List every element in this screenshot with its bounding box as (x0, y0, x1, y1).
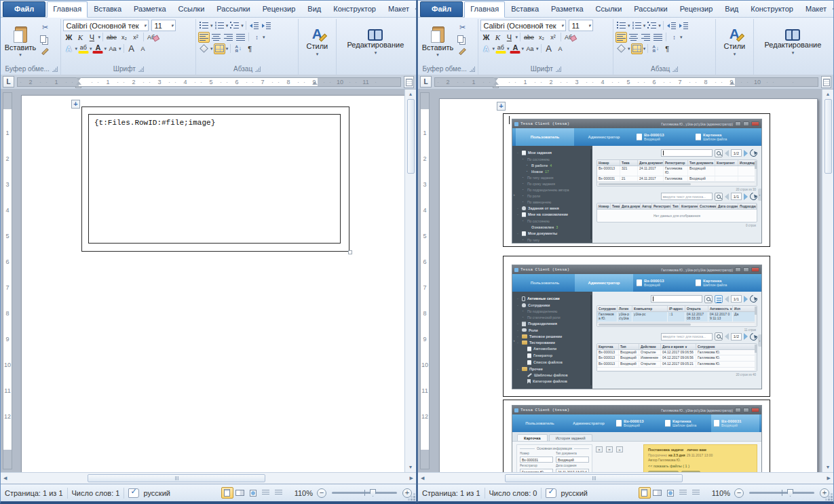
card-subtab[interactable]: Карточка (517, 434, 548, 441)
align-left-button[interactable] (198, 32, 210, 43)
sort-button[interactable]: АЯ↓ (650, 43, 661, 54)
column-header[interactable]: Регистратор (664, 160, 688, 166)
font-dialog-launcher[interactable] (556, 66, 561, 72)
chevron-down-icon[interactable]: ▾ (507, 46, 510, 51)
ribbon-tab[interactable]: Файл (3, 1, 45, 17)
sidebar-item[interactable]: Тестирование (512, 339, 592, 345)
sidebar-item[interactable]: По роли (512, 193, 592, 199)
scroll-left-icon[interactable]: ◀ (421, 476, 424, 481)
language-indicator[interactable]: русский (143, 489, 170, 497)
column-header[interactable]: Номер (597, 160, 620, 166)
tessa-tab[interactable]: Вх-000013Входящий (613, 414, 662, 432)
column-header[interactable]: Карточка (597, 344, 619, 349)
tessa-tab[interactable]: Пользователь (516, 128, 574, 146)
sidebar-item[interactable]: По состоянию (512, 156, 592, 162)
chevron-down-icon[interactable]: ▾ (98, 35, 100, 39)
grow-font-button[interactable]: А (126, 43, 137, 54)
zoom-level[interactable]: 110% (295, 489, 313, 497)
page-count[interactable]: Страница: 1 из 1 (422, 489, 480, 497)
tessa-tab[interactable]: Пользователь (516, 414, 564, 432)
search-icon[interactable] (715, 149, 723, 157)
table-row[interactable]: Галлямова Ю.y1ka-pc\y1ka y1ka-pc::1 04.1… (597, 312, 757, 322)
borders-button[interactable] (631, 43, 643, 54)
sidebar-item[interactable]: Список файлов (512, 359, 592, 366)
ribbon-tab[interactable]: Главная (47, 1, 88, 18)
fit-preview-icon[interactable]: = (606, 446, 613, 452)
tessa-tab[interactable]: Пользователь (516, 274, 574, 292)
column-header[interactable]: Подразделе (738, 203, 757, 209)
justify-button[interactable] (235, 32, 246, 43)
column-header[interactable]: Открыта (685, 306, 708, 311)
strikethrough-button[interactable]: abe (523, 32, 535, 43)
increase-indent-button[interactable] (678, 20, 689, 31)
zoom-in-button[interactable]: + (820, 488, 829, 498)
ribbon-tab[interactable]: Рецензир (674, 1, 719, 17)
layers-icon[interactable] (715, 295, 723, 303)
multilevel-list-button[interactable] (229, 20, 240, 31)
maximize-button[interactable] (743, 267, 749, 272)
column-header[interactable]: Автор (641, 203, 652, 209)
close-button[interactable] (751, 121, 759, 126)
sidebar-item[interactable]: Мои документы (512, 230, 592, 237)
cut-button[interactable]: ✂ (457, 22, 468, 33)
vertical-scrollbar[interactable]: ▲ ▼ (404, 90, 416, 472)
shrink-font-button[interactable]: А (555, 43, 566, 54)
column-header[interactable]: Компьютер (632, 306, 668, 311)
sidebar-item[interactable]: Прочее (512, 366, 592, 372)
align-right-button[interactable] (223, 32, 234, 43)
tessa-tab[interactable]: Вх-000013Входящий (634, 128, 692, 146)
resize-grip[interactable] (831, 499, 833, 501)
chevron-down-icon[interactable]: ▾ (680, 35, 683, 39)
ribbon-tab[interactable]: Вставка (505, 1, 545, 17)
print-layout-view-button[interactable] (221, 487, 233, 499)
ribbon-tab[interactable]: Рассылки (628, 1, 673, 17)
web-layout-view-button[interactable] (247, 487, 259, 499)
ribbon-tab[interactable]: Разметка (128, 1, 172, 17)
text-effects-button[interactable]: А (63, 43, 74, 54)
minimize-button[interactable] (735, 267, 741, 272)
refresh-icon[interactable] (748, 148, 759, 158)
font-size-combo[interactable]: 11▾ (569, 20, 593, 31)
format-painter-button[interactable] (39, 46, 51, 57)
tessa-tab[interactable]: Администратор (575, 128, 633, 146)
clipboard-dialog-launcher[interactable] (470, 66, 475, 72)
paste-button[interactable]: Вставить ▾ (421, 20, 454, 63)
zoom-slider[interactable] (332, 492, 397, 494)
move-preview-icon[interactable]: + (616, 446, 623, 452)
sidebar-item[interactable]: Мои задания (512, 149, 592, 156)
chevron-down-icon[interactable]: ▾ (263, 35, 265, 39)
paragraph-dialog-launcher[interactable] (672, 66, 678, 72)
ribbon-tab[interactable]: Рецензир (257, 1, 302, 17)
tessa-tab[interactable]: Вх-000013Входящий (634, 274, 692, 292)
refresh-icon[interactable] (748, 331, 759, 341)
field-code-text[interactable]: {t:Files.RowID:#file;image} (94, 119, 215, 127)
page-count[interactable]: Страница: 1 из 1 (5, 489, 63, 497)
table-row[interactable]: Вх-000013321 24.11.2017Галлямова Ю. Вход… (597, 166, 757, 176)
column-header[interactable]: Сотрудник (696, 344, 757, 349)
close-preview-icon[interactable]: × (596, 446, 603, 452)
cut-button[interactable]: ✂ (39, 22, 51, 33)
reading-view-button[interactable] (234, 487, 246, 499)
table-resize-handle[interactable] (348, 250, 352, 254)
column-header[interactable]: Тип документа (688, 160, 715, 166)
collapse-left-panel-icon[interactable]: › (512, 334, 516, 347)
maximize-button[interactable] (743, 408, 749, 412)
chevron-down-icon[interactable]: ▾ (643, 23, 646, 28)
chevron-down-icon[interactable]: ▾ (75, 46, 77, 51)
sidebar-item[interactable]: Ознакомлен3 (512, 224, 592, 230)
sidebar-item[interactable]: Автомобили (512, 345, 592, 352)
chevron-down-icon[interactable]: ▾ (658, 23, 661, 28)
bold-button[interactable]: Ж (63, 32, 74, 43)
table-scrollbar[interactable] (597, 322, 757, 326)
sidebar-item[interactable]: Генератор (512, 352, 592, 359)
sidebar-item[interactable]: Активные сессии (512, 295, 592, 302)
sort-button[interactable]: АЯ↓ (233, 43, 244, 54)
scroll-right-icon[interactable]: ▶ (410, 476, 413, 481)
column-header[interactable]: Действие (639, 344, 661, 349)
copy-button[interactable] (457, 34, 468, 45)
ribbon-tab[interactable]: Конструктор (744, 1, 799, 17)
tessa-tab[interactable]: КартинкаШаблон файла (693, 128, 751, 146)
column-header[interactable]: Контрагент (680, 203, 698, 209)
highlight-color-button[interactable]: аб (495, 43, 506, 54)
sidebar-item[interactable]: По подразделению (512, 308, 592, 314)
